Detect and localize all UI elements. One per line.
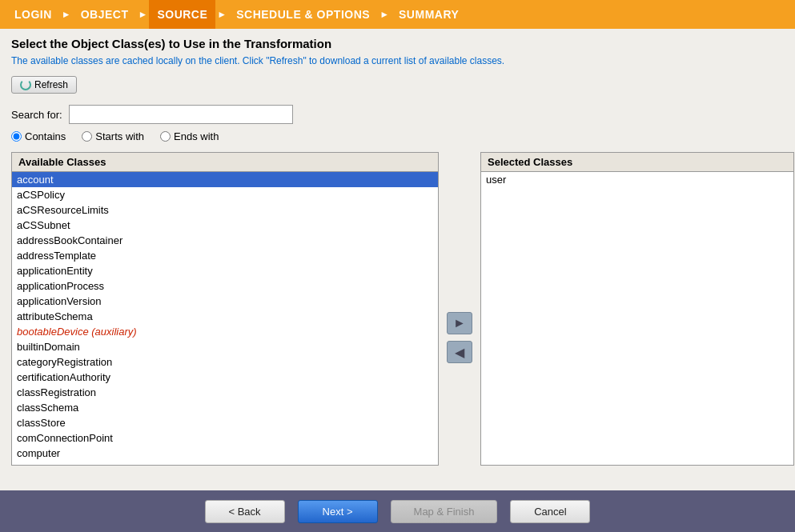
nav-schedule-options[interactable]: SCHEDULE & OPTIONS [228, 0, 378, 29]
list-item[interactable]: bootableDevice (auxiliary) [12, 324, 438, 339]
list-item[interactable]: aCSSubnet [12, 218, 438, 233]
cancel-button[interactable]: Cancel [510, 500, 590, 523]
list-item[interactable]: account [12, 172, 438, 187]
list-item[interactable]: applicationProcess [12, 278, 438, 294]
radio-ends-with-input[interactable] [160, 131, 171, 142]
list-item[interactable]: classSchema [12, 400, 438, 415]
list-item[interactable]: aCSPolicy [12, 187, 438, 202]
radio-ends-with[interactable]: Ends with [160, 130, 219, 142]
list-item[interactable]: builtinDomain [12, 339, 438, 354]
move-left-button[interactable]: ◀ [447, 341, 472, 363]
list-item[interactable]: user [481, 172, 793, 187]
search-input[interactable] [69, 105, 293, 124]
radio-contains-input[interactable] [11, 131, 22, 142]
list-item[interactable]: classStore [12, 415, 438, 430]
list-item[interactable]: classRegistration [12, 385, 438, 400]
nav-arrow-1: ► [62, 9, 71, 20]
list-item[interactable]: applicationEntity [12, 263, 438, 278]
available-header: Available Classes [11, 152, 439, 171]
nav-arrow-3: ► [217, 9, 227, 20]
nav-arrow-4: ► [379, 9, 389, 20]
radio-starts-with-input[interactable] [82, 131, 92, 142]
list-item[interactable]: computer [12, 446, 438, 461]
back-button[interactable]: < Back [205, 500, 285, 523]
refresh-icon [20, 79, 31, 90]
search-label: Search for: [11, 109, 62, 121]
nav-arrow-2: ► [139, 9, 148, 20]
search-row: Search for: [11, 105, 784, 124]
nav-login[interactable]: LOGIN [6, 0, 60, 29]
next-button[interactable]: Next > [298, 500, 378, 523]
available-list[interactable]: accountaCSPolicyaCSResourceLimitsaCSSubn… [11, 171, 439, 466]
bottom-toolbar: < Back Next > Map & Finish Cancel [0, 490, 795, 532]
map-finish-button: Map & Finish [391, 500, 498, 523]
refresh-label: Refresh [34, 79, 68, 90]
main-content: Select the Object Class(es) to Use in th… [0, 29, 795, 490]
list-item[interactable]: configuration [12, 461, 438, 466]
nav-source[interactable]: SOURCE [149, 0, 215, 29]
list-item[interactable]: applicationVersion [12, 294, 438, 309]
list-item[interactable]: addressTemplate [12, 248, 438, 263]
selected-header: Selected Classes [480, 152, 794, 171]
available-panel: Available Classes accountaCSPolicyaCSRes… [11, 152, 439, 466]
list-item[interactable]: certificationAuthority [12, 370, 438, 385]
top-navigation: LOGIN ► OBJECT ► SOURCE ► SCHEDULE & OPT… [0, 0, 795, 29]
list-item[interactable]: attributeSchema [12, 309, 438, 324]
transfer-buttons: ► ◀ [439, 312, 480, 363]
radio-starts-with[interactable]: Starts with [82, 130, 144, 142]
move-right-button[interactable]: ► [447, 312, 472, 334]
radio-starts-with-label: Starts with [95, 130, 144, 142]
list-item[interactable]: comConnectionPoint [12, 430, 438, 446]
list-item[interactable]: addressBookContainer [12, 233, 438, 248]
radio-group: Contains Starts with Ends with [11, 130, 784, 142]
refresh-button[interactable]: Refresh [11, 76, 77, 94]
radio-contains-label: Contains [25, 130, 66, 142]
selected-panel: Selected Classes user [480, 152, 794, 466]
list-item[interactable]: aCSResourceLimits [12, 202, 438, 218]
radio-ends-with-label: Ends with [174, 130, 219, 142]
nav-summary[interactable]: SUMMARY [391, 0, 467, 29]
page-title: Select the Object Class(es) to Use in th… [11, 37, 784, 50]
radio-contains[interactable]: Contains [11, 130, 66, 142]
selected-list[interactable]: user [480, 171, 794, 466]
page-subtitle: The available classes are cached locally… [11, 55, 784, 66]
lists-container: Available Classes accountaCSPolicyaCSRes… [11, 152, 784, 466]
nav-object[interactable]: OBJECT [73, 0, 137, 29]
list-item[interactable]: categoryRegistration [12, 354, 438, 370]
